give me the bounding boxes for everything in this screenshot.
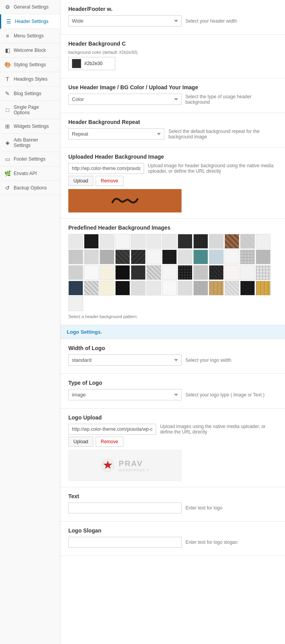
sidebar-item-header-settings[interactable]: ☰ Header Settings [0,14,60,29]
pattern-cell[interactable] [115,265,130,280]
logo-text-input[interactable] [68,502,182,513]
header-footer-width-row: Wide Boxed Select your header width [68,15,277,27]
pattern-cell[interactable] [115,249,130,264]
sidebar-item-general-settings[interactable]: ⚙ General Settings [0,0,60,14]
pattern-cell[interactable] [68,249,83,264]
header-footer-width-select[interactable]: Wide Boxed [68,15,182,27]
pattern-cell[interactable] [240,281,255,295]
pattern-cell[interactable] [131,265,146,280]
pattern-cell[interactable] [193,281,208,295]
pattern-cell[interactable] [193,234,208,249]
sidebar-item-label: Footer Settings [14,156,45,162]
width-of-logo-select[interactable]: standard wide narrow [68,354,182,366]
header-bg-remove-button[interactable]: Remove [96,176,123,186]
pattern-cell[interactable] [256,234,271,249]
sidebar-item-single-page-options[interactable]: □ Single Page Options [0,101,60,119]
footer-icon: ▭ [4,156,11,163]
pattern-cell[interactable] [224,249,239,264]
pattern-cell[interactable] [162,265,177,280]
type-of-logo-title: Type of Logo [68,380,277,386]
pattern-cell[interactable] [240,265,255,280]
pattern-cell[interactable] [146,281,161,295]
pattern-cell[interactable] [131,249,146,264]
pattern-cell[interactable] [131,234,146,249]
pattern-cell[interactable] [146,234,161,249]
pattern-cell[interactable] [100,281,114,295]
pattern-cell[interactable] [240,249,255,264]
pattern-cell[interactable] [84,249,99,264]
use-header-image-select[interactable]: Color Image Upload [68,94,182,105]
pattern-cell[interactable] [256,281,271,295]
logo-upload-buttons: Upload Remove [68,437,277,447]
sidebar-item-headings-styles[interactable]: T Headings Styles [0,72,60,87]
pattern-cell[interactable] [68,296,83,311]
logo-upload-title: Logo Upload [68,414,277,421]
sidebar-item-label: Headings Styles [14,76,48,82]
pattern-cell[interactable] [240,234,255,249]
pattern-cell[interactable] [224,265,239,280]
sidebar-item-widgets-settings[interactable]: ⊞ Widgets Settings [0,119,60,134]
sidebar-item-label: Widgets Settings [14,124,49,129]
logo-upload-desc: Upload images using the native media upl… [160,424,277,435]
pattern-cell[interactable] [162,281,177,295]
sidebar-item-ads-banner-settings[interactable]: ◈ Ads Banner Settings [0,134,60,152]
logo-remove-button[interactable]: Remove [96,437,123,447]
pattern-cell[interactable] [100,234,114,249]
pattern-cell[interactable] [256,249,271,264]
header-bg-repeat-desc: Select the default background repeat for… [168,129,277,140]
pattern-cell[interactable] [146,265,161,280]
pattern-cell[interactable] [100,265,114,280]
logo-upload-section: Logo Upload Upload images using the nati… [61,409,285,487]
pattern-cell[interactable] [209,281,224,295]
pattern-cell[interactable] [209,234,224,249]
pattern-cell[interactable] [193,265,208,280]
sidebar-item-envato-api[interactable]: 🌿 Envato API [0,166,60,181]
header-bg-repeat-select[interactable]: Repeat No Repeat Repeat X Repeat Y [68,128,164,140]
pattern-cell[interactable] [100,249,114,264]
pattern-cell[interactable] [84,281,99,295]
pattern-cell[interactable] [162,249,177,264]
color-swatch[interactable]: #2b2e30 [68,57,115,70]
pattern-cell[interactable] [178,249,192,264]
sidebar-item-welcome-block[interactable]: ◧ Welcome Block [0,43,60,58]
backup-icon: ↺ [4,184,11,191]
header-footer-width-desc: Select your header width [185,18,237,24]
header-bg-url-input[interactable] [68,163,144,174]
pattern-cell[interactable] [84,265,99,280]
pattern-cell[interactable] [68,234,83,249]
pattern-cell[interactable] [162,234,177,249]
sidebar-item-footer-settings[interactable]: ▭ Footer Settings [0,152,60,166]
pattern-cell[interactable] [178,281,192,295]
logo-slogan-input[interactable] [68,537,182,548]
pattern-cell[interactable] [224,281,239,295]
pattern-cell[interactable] [193,249,208,264]
pattern-cell[interactable] [131,281,146,295]
sidebar-item-label: Styling Settings [14,62,46,67]
sidebar-item-blog-settings[interactable]: ✎ Blog Settings [0,87,60,101]
pattern-cell[interactable] [84,234,99,249]
pattern-cell[interactable] [209,265,224,280]
sidebar-item-menu-settings[interactable]: ≡ Menu Settings [0,29,60,43]
sidebar-item-styling-settings[interactable]: 🎨 Styling Settings [0,58,60,72]
pattern-cell[interactable] [209,249,224,264]
logo-upload-button[interactable]: Upload [68,437,93,447]
pattern-cell[interactable] [256,265,271,280]
pattern-cell[interactable] [68,281,83,295]
sidebar-item-backup-options[interactable]: ↺ Backup Options [0,181,60,195]
logo-upload-url-input[interactable] [68,424,156,435]
pattern-cell[interactable] [146,249,161,264]
pattern-grid [68,234,277,311]
pattern-cell[interactable] [115,234,130,249]
pattern-cell[interactable] [115,281,130,295]
uploaded-header-bg-title: Uploaded Header Background Image [68,154,277,160]
type-of-logo-select[interactable]: image text [68,389,182,400]
logo-slogan-row: Enter text for logo slogan [68,537,277,548]
header-bg-repeat-row: Repeat No Repeat Repeat X Repeat Y Selec… [68,128,277,140]
logo-settings-header-block: Logo Settings. [61,325,285,339]
pattern-cell[interactable] [68,265,83,280]
page-icon: □ [4,106,11,113]
pattern-cell[interactable] [224,234,239,249]
pattern-cell[interactable] [178,234,192,249]
header-bg-upload-button[interactable]: Upload [68,176,93,186]
pattern-cell[interactable] [178,265,192,280]
